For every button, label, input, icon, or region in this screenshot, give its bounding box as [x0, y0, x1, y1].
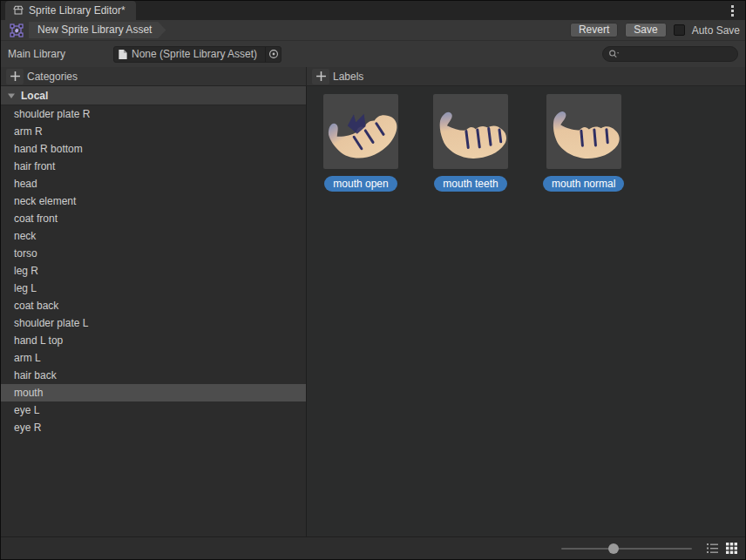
panel-headers: Categories Labels [1, 67, 745, 86]
category-item[interactable]: head [1, 175, 306, 192]
sprite-library-editor-window: Sprite Library Editor* New Sprite Librar… [0, 0, 746, 560]
category-item[interactable]: eye L [1, 401, 306, 419]
library-box-icon [12, 4, 24, 17]
categories-header: Categories [1, 67, 307, 85]
bottom-bar [1, 536, 745, 559]
asset-page-icon [118, 49, 128, 60]
search-icon [608, 49, 620, 59]
sprite-cell: mouth normal [543, 94, 624, 192]
save-button[interactable]: Save [625, 23, 666, 37]
category-item[interactable]: arm R [1, 123, 306, 140]
main-area: Local shoulder plate Rarm Rhand R bottom… [1, 86, 745, 536]
category-item[interactable]: arm L [1, 349, 306, 367]
category-item[interactable]: shoulder plate R [1, 105, 306, 123]
labels-title: Labels [333, 71, 363, 83]
breadcrumb-label: New Sprite Library Asset [37, 24, 152, 36]
categories-title: Categories [27, 71, 78, 83]
local-group-label: Local [21, 90, 48, 102]
categories-panel: Local shoulder plate Rarm Rhand R bottom… [1, 86, 307, 536]
category-item[interactable]: eye R [1, 419, 306, 436]
category-item[interactable]: coat back [1, 297, 306, 314]
category-item[interactable]: hair back [1, 367, 306, 384]
toolbar: New Sprite Library Asset Revert Save Aut… [1, 20, 745, 41]
slider-knob[interactable] [608, 543, 619, 554]
labels-header: Labels [307, 67, 745, 85]
category-item[interactable]: hand L top [1, 332, 306, 349]
main-library-label: Main Library [8, 48, 65, 60]
category-item[interactable]: mouth [1, 384, 306, 401]
auto-save-label: Auto Save [692, 24, 740, 37]
jaw-teeth-sprite[interactable] [433, 94, 508, 169]
category-item[interactable]: hand R bottom [1, 140, 306, 158]
tab-title: Sprite Library Editor* [29, 4, 125, 17]
object-field-value: None (Sprite Library Asset) [132, 48, 265, 60]
main-library-object-field[interactable]: None (Sprite Library Asset) [113, 46, 281, 63]
sprite-cell: mouth teeth [433, 94, 508, 192]
category-item[interactable]: leg R [1, 262, 306, 280]
search-field[interactable] [602, 46, 738, 62]
labels-panel: mouth open mouth teeth mouth normal [307, 86, 745, 536]
main-library-row: Main Library None (Sprite Library Asset) [1, 41, 745, 67]
category-item[interactable]: shoulder plate L [1, 314, 306, 332]
local-foldout[interactable]: Local [1, 86, 306, 105]
slider-track[interactable] [561, 548, 692, 550]
jaw-open-sprite[interactable] [323, 94, 398, 169]
grid-view-icon[interactable] [724, 541, 739, 556]
add-label-button[interactable] [312, 69, 329, 84]
list-view-icon[interactable] [705, 541, 720, 556]
category-item[interactable]: torso [1, 245, 306, 262]
label-grid: mouth open mouth teeth mouth normal [323, 94, 659, 192]
auto-save-checkbox[interactable] [674, 24, 685, 36]
sprite-label-pill[interactable]: mouth teeth [434, 176, 506, 192]
revert-button[interactable]: Revert [570, 23, 618, 37]
category-list: shoulder plate Rarm Rhand R bottomhair f… [1, 105, 306, 436]
thumbnail-zoom-slider[interactable] [561, 543, 692, 555]
search-input[interactable] [620, 48, 732, 60]
sprite-asset-icon [10, 24, 24, 37]
jaw-normal-sprite[interactable] [546, 94, 621, 169]
foldout-triangle-icon [7, 91, 16, 100]
sprite-label-pill[interactable]: mouth open [324, 176, 397, 192]
object-picker-icon[interactable] [265, 47, 281, 62]
sprite-label-pill[interactable]: mouth normal [543, 176, 624, 192]
add-category-button[interactable] [6, 69, 24, 84]
category-item[interactable]: neck element [1, 192, 306, 210]
category-item[interactable]: leg L [1, 280, 306, 297]
window-menu-icon[interactable] [726, 3, 738, 17]
category-item[interactable]: hair front [1, 158, 306, 175]
tab-sprite-library-editor[interactable]: Sprite Library Editor* [5, 1, 136, 20]
breadcrumb[interactable]: New Sprite Library Asset [29, 22, 166, 38]
category-item[interactable]: coat front [1, 210, 306, 227]
window-tab-bar: Sprite Library Editor* [1, 1, 745, 20]
sprite-cell: mouth open [323, 94, 398, 192]
category-item[interactable]: neck [1, 227, 306, 245]
